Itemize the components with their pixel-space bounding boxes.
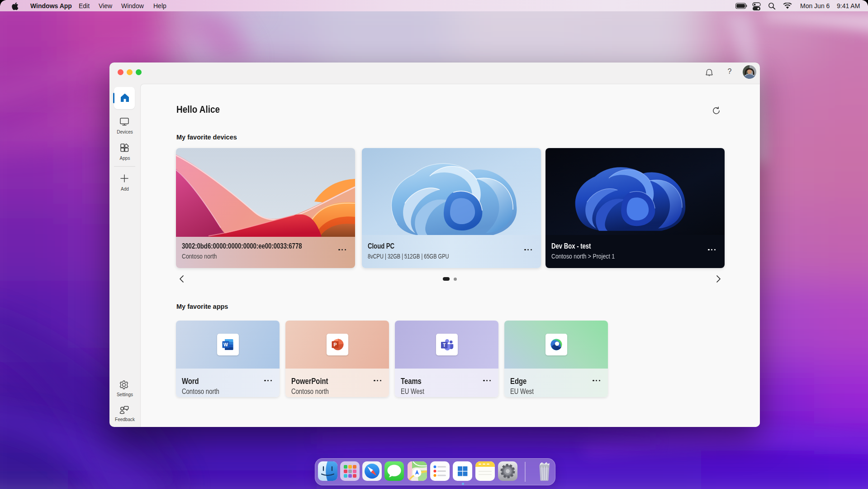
svg-text:P: P — [333, 342, 337, 347]
svg-text:W: W — [223, 342, 228, 347]
svg-text:T: T — [443, 342, 446, 348]
